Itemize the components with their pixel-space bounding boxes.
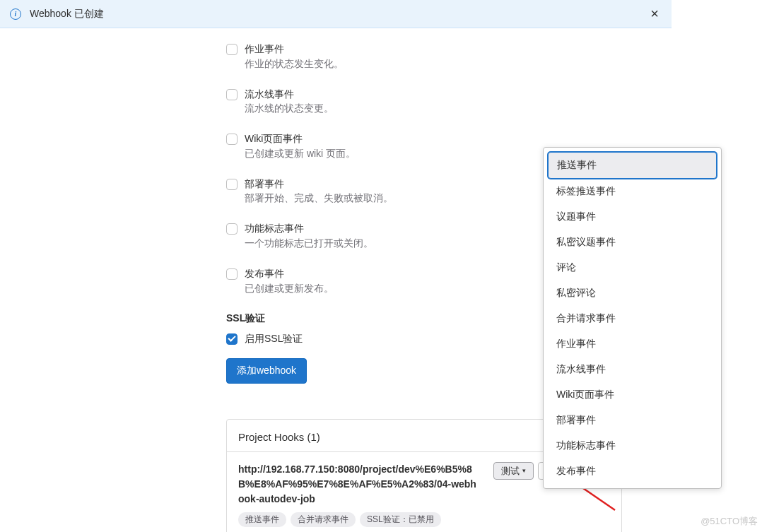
checkbox-label: Wiki页面事件 bbox=[245, 132, 303, 146]
checkbox-pipeline-events[interactable] bbox=[226, 89, 238, 100]
dropdown-item-release-events[interactable]: 发布事件 bbox=[548, 459, 717, 484]
dropdown-item-job-events[interactable]: 作业事件 bbox=[548, 331, 717, 357]
dropdown-item-confidential-issue-events[interactable]: 私密议题事件 bbox=[548, 230, 717, 255]
tag-ssl-disabled: SSL验证：已禁用 bbox=[360, 512, 441, 527]
alert-banner: i Webhook 已创建 × bbox=[0, 0, 672, 28]
dropdown-item-issue-events[interactable]: 议题事件 bbox=[548, 204, 717, 230]
dropdown-item-pipeline-events[interactable]: 流水线事件 bbox=[548, 357, 717, 382]
watermark: @51CTO博客 bbox=[701, 515, 758, 528]
test-button-label: 测试 bbox=[501, 466, 520, 475]
test-button[interactable]: 测试 ▾ bbox=[493, 462, 534, 480]
trigger-job-events: 作业事件 作业的状态发生变化。 bbox=[226, 42, 672, 71]
hook-url: http://192.168.77.150:8080/project/dev%E… bbox=[238, 462, 479, 507]
dropdown-item-confidential-comment-events[interactable]: 私密评论 bbox=[548, 280, 717, 306]
checkbox-label: 发布事件 bbox=[245, 267, 284, 281]
checkbox-label: 作业事件 bbox=[245, 42, 284, 57]
checkbox-desc: 流水线的状态变更。 bbox=[245, 102, 672, 115]
alert-left: i Webhook 已创建 bbox=[10, 8, 104, 20]
checkbox-label: 流水线事件 bbox=[245, 88, 294, 102]
dropdown-item-merge-request-events[interactable]: 合并请求事件 bbox=[548, 306, 717, 331]
checkbox-ssl-verify[interactable] bbox=[226, 333, 238, 345]
dropdown-item-tag-push-events[interactable]: 标签推送事件 bbox=[548, 179, 717, 204]
close-icon[interactable]: × bbox=[647, 6, 662, 22]
checkbox-label: 功能标志事件 bbox=[245, 222, 304, 236]
checkbox-label: 部署事件 bbox=[245, 177, 284, 191]
dropdown-item-comment-events[interactable]: 评论 bbox=[548, 255, 717, 280]
checkbox-feature-flag-events[interactable] bbox=[226, 223, 238, 235]
checkbox-desc: 作业的状态发生变化。 bbox=[245, 58, 672, 71]
checkbox-label: 启用SSL验证 bbox=[245, 332, 303, 346]
dropdown-item-wiki-events[interactable]: Wiki页面事件 bbox=[548, 382, 717, 408]
dropdown-item-deployment-events[interactable]: 部署事件 bbox=[548, 408, 717, 433]
checkbox-deployment-events[interactable] bbox=[226, 179, 238, 190]
hook-tags: 推送事件 合并请求事件 SSL验证：已禁用 bbox=[238, 512, 479, 527]
chevron-down-icon: ▾ bbox=[522, 468, 526, 474]
checkbox-release-events[interactable] bbox=[226, 268, 238, 280]
checkbox-wiki-events[interactable] bbox=[226, 134, 238, 145]
dropdown-item-feature-flag-events[interactable]: 功能标志事件 bbox=[548, 433, 717, 459]
tag-merge-request-events: 合并请求事件 bbox=[291, 512, 356, 527]
checkbox-job-events[interactable] bbox=[226, 44, 238, 55]
test-dropdown-menu: 推送事件 标签推送事件 议题事件 私密议题事件 评论 私密评论 合并请求事件 作… bbox=[543, 147, 722, 489]
dropdown-item-push-events[interactable]: 推送事件 bbox=[548, 152, 717, 179]
trigger-pipeline-events: 流水线事件 流水线的状态变更。 bbox=[226, 88, 672, 116]
alert-text: Webhook 已创建 bbox=[30, 8, 104, 20]
hook-info: http://192.168.77.150:8080/project/dev%E… bbox=[238, 462, 479, 527]
add-webhook-button[interactable]: 添加webhook bbox=[226, 358, 307, 384]
info-icon: i bbox=[10, 8, 21, 20]
tag-push-events: 推送事件 bbox=[238, 512, 286, 527]
